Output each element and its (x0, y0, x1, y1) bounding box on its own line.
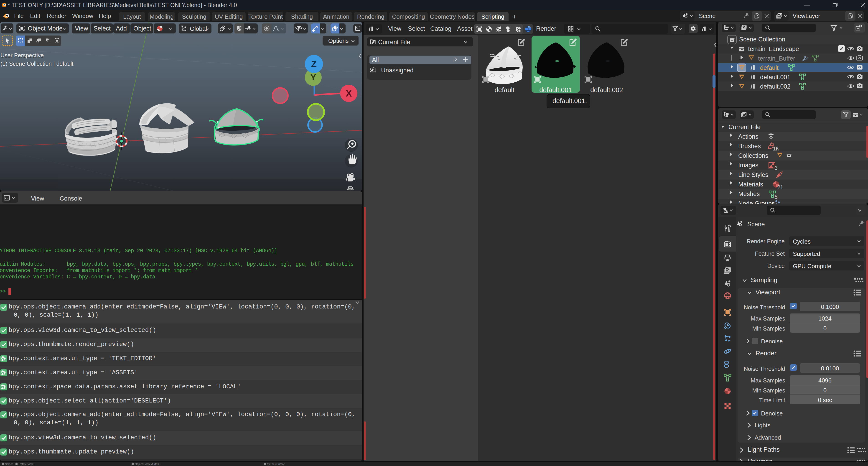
svg-text:Rotate View: Rotate View (19, 463, 33, 466)
svg-text:Object Context Menu: Object Context Menu (135, 463, 160, 466)
svg-text:Z: Z (311, 59, 317, 69)
svg-text:X: X (346, 88, 352, 98)
svg-text:Set 3D Cursor: Set 3D Cursor (267, 463, 284, 466)
svg-text:Y: Y (310, 73, 316, 82)
svg-text:Select: Select (5, 463, 13, 466)
